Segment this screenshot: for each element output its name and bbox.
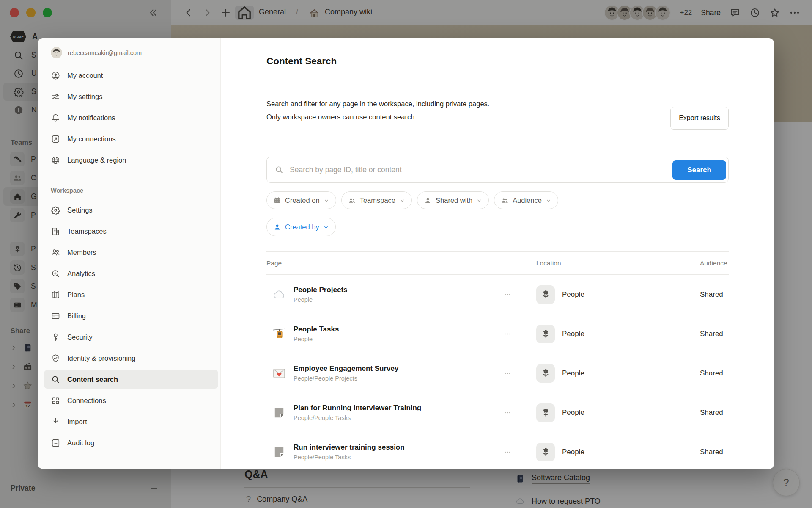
row-more-options-icon[interactable] [501,330,514,338]
chevron-down-icon [324,197,329,203]
settings-nav-connections[interactable]: Connections [44,391,218,410]
settings-nav-language-region[interactable]: Language & region [44,151,218,169]
chevron-down-icon [399,197,405,203]
teamspace-flower-icon [536,364,555,383]
page-page-icon [272,445,286,459]
person-f-blue-icon [273,223,281,231]
workspace-section-header: Workspace [51,187,218,194]
teamspace-flower-icon [536,325,555,343]
workspace-settings-nav: SettingsTeamspacesMembersAnalyticsPlansB… [44,201,218,452]
account-row: rebeccamcakir@gmail.com [44,46,218,63]
row-more-options-icon[interactable] [501,291,514,298]
teamspace-flower-icon [536,403,555,422]
user-avatar [51,47,62,58]
account-icon [51,71,60,80]
filter-chip-teamspace[interactable]: Teamspace [341,191,412,209]
settings-nav-members[interactable]: Members [44,243,218,262]
page-title: Content Search [266,55,774,67]
settings-nav-content-search[interactable]: Content search [44,370,218,389]
gear-icon [51,205,60,215]
chevron-down-icon [476,197,482,203]
settings-dialog: rebeccamcakir@gmail.com My accountMy set… [38,38,774,469]
letter-page-icon [272,366,286,381]
search-input[interactable] [289,165,669,175]
settings-nav-audit-log[interactable]: Audit log [44,433,218,452]
settings-nav-security[interactable]: Security [44,328,218,346]
bell-icon [51,113,60,123]
settings-nav-billing[interactable]: Billing [44,306,218,325]
column-header-page: Page [266,252,282,274]
calendar-f-icon [273,196,281,204]
teamspace-flower-icon [536,285,555,304]
table-row[interactable]: People ProjectsPeoplePeopleShared [266,275,729,314]
settings-nav-my-connections[interactable]: My connections [44,130,218,148]
scroll-icon [51,438,60,448]
table-row[interactable]: Plan for Running Interviewer TrainingPeo… [266,393,729,432]
connections-out-icon [51,134,60,144]
filter-chip-shared-with[interactable]: Shared with [417,191,489,209]
row-more-options-icon[interactable] [501,448,514,456]
shield-icon [51,353,60,363]
table-row[interactable]: People TasksPeoplePeopleShared [266,314,729,353]
person-f-icon [424,196,432,204]
title-divider [266,92,729,92]
building-icon [51,226,60,236]
column-header-audience: Audience [700,252,727,274]
filter-chip-audience[interactable]: Audience [494,191,558,209]
content-search-panel: Content Search Search and filter for any… [221,38,774,469]
column-divider [525,251,525,469]
settings-nav-teamspaces[interactable]: Teamspaces [44,222,218,240]
sliders-icon [51,92,60,102]
people-f-icon [501,196,509,204]
settings-nav-my-account[interactable]: My account [44,66,218,85]
members-icon [51,248,60,257]
settings-nav-identity-provisioning[interactable]: Identity & provisioning [44,349,218,367]
cloud-page-icon [272,287,286,302]
settings-nav-analytics[interactable]: Analytics [44,264,218,283]
card-icon [51,311,60,321]
account-settings-nav: My accountMy settingsMy notificationsMy … [44,66,218,169]
tram-page-icon [272,327,286,341]
settings-nav-my-settings[interactable]: My settings [44,87,218,106]
row-more-options-icon[interactable] [501,409,514,417]
chevron-down-icon [546,197,551,203]
settings-nav-plans[interactable]: Plans [44,285,218,304]
results-table: Page Location Audience People ProjectsPe… [266,251,729,469]
settings-sidebar: rebeccamcakir@gmail.com My accountMy set… [38,38,221,469]
table-header: Page Location Audience [266,251,729,275]
import-icon [51,417,60,427]
search-bold-icon [51,375,60,384]
key-icon [51,332,60,342]
filter-chip-created-on[interactable]: Created on [266,191,336,209]
account-email: rebeccamcakir@gmail.com [68,50,142,56]
people-f-icon [348,196,356,204]
chevron-down-icon [323,224,329,230]
settings-nav-import[interactable]: Import [44,412,218,431]
analytics-icon [51,269,60,279]
search-bar: Search [266,157,729,183]
column-header-location: Location [536,252,561,274]
search-icon [274,165,284,174]
description: Search and filter for any page in the wo… [266,97,489,130]
settings-nav-my-notifications[interactable]: My notifications [44,108,218,127]
globe-icon [51,155,60,165]
settings-nav-settings[interactable]: Settings [44,201,218,219]
grid-icon [51,396,60,406]
table-row[interactable]: Run interviewer training sessionPeople/P… [266,432,729,469]
page-page-icon [272,406,286,420]
search-button[interactable]: Search [672,160,726,180]
filter-chip-created-by[interactable]: Created by [266,218,336,236]
table-row[interactable]: Employee Engagement SurveyPeople/People … [266,353,729,393]
map-icon [51,290,60,300]
row-more-options-icon[interactable] [501,370,514,377]
export-results-button[interactable]: Export results [670,107,729,130]
teamspace-flower-icon [536,443,555,461]
